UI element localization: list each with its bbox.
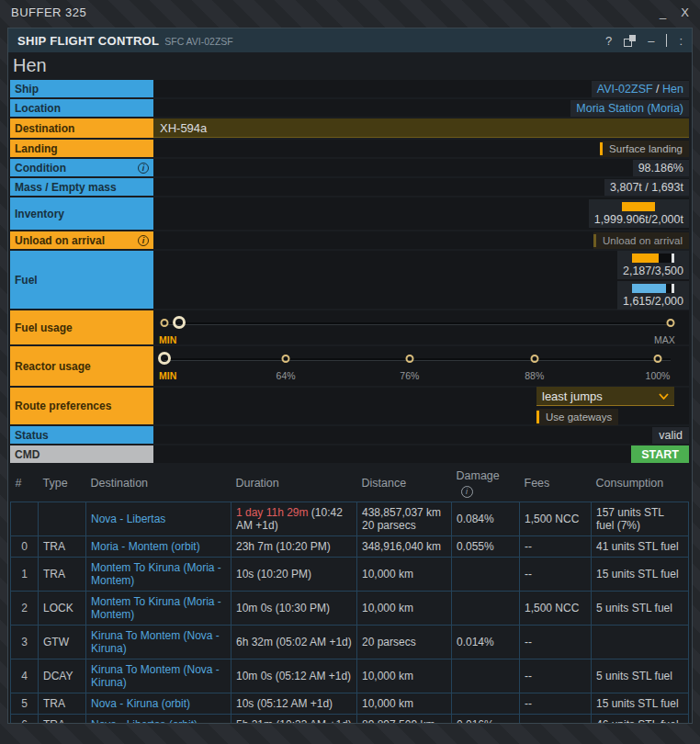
route-preference-select[interactable]: least jumps (536, 387, 674, 406)
location-value-area: Moria Station (Moria) (153, 99, 689, 117)
stl-fuel-bar (632, 254, 674, 263)
table-row: 4DCAYKiruna To Montem (Nova - Kiruna)10m… (11, 659, 689, 693)
destination-link[interactable]: Moria - Montem (orbit) (91, 540, 200, 553)
buffer-title: BUFFER 325 (11, 6, 86, 19)
info-icon[interactable]: i (138, 163, 149, 174)
reactor-usage-value-area: MIN64%76%88%100% (153, 346, 689, 386)
reactor-stop-76[interactable] (405, 355, 413, 363)
window-header[interactable]: SHIP FLIGHT CONTROL SFC AVI-02ZSF ? – : (8, 28, 692, 52)
ftl-fuel-bar (632, 284, 674, 293)
ftl-fuel-gauge: 1,615/2,000 (617, 281, 689, 310)
cell-distance: 20 parsecs (357, 625, 452, 659)
destination-link[interactable]: Kiruna To Montem (Nova - Kiruna) (91, 629, 220, 655)
route-preference-selected: least jumps (542, 389, 603, 403)
cell-duration: 10s (10:20 PM) (231, 557, 357, 591)
ship-separator: / (653, 83, 662, 96)
help-icon[interactable]: ? (605, 34, 612, 48)
reactor-stop-min[interactable] (158, 352, 171, 365)
fuel-usage-handle[interactable] (173, 316, 186, 329)
destination-link[interactable]: Montem To Kiruna (Moria - Montem) (91, 561, 221, 587)
status-badge: valid (652, 427, 689, 444)
checkbox-indicator (600, 142, 603, 155)
buffer-titlebar[interactable]: BUFFER 325 _ X (0, 0, 700, 24)
cell-duration: 6h 32m (05:02 AM +1d) (231, 625, 357, 659)
cell-type: GTW (39, 625, 86, 659)
destination-link[interactable]: Nova - Libertas (91, 513, 165, 525)
cell-number: 0 (11, 535, 39, 557)
minimize-icon[interactable]: – (648, 34, 654, 48)
info-icon[interactable]: i (138, 235, 149, 246)
reactor-usage-label: Reactor usage (10, 346, 153, 386)
destination-value-area (153, 118, 689, 138)
location-link[interactable]: Moria Station (Moria) (576, 102, 683, 115)
cell-type: DCAY (39, 659, 86, 693)
inventory-value-area: 1,999.906t/2,000t (153, 197, 689, 230)
cell-distance: 348,916,040 km (357, 535, 452, 557)
reactor-stop-64[interactable] (282, 355, 290, 363)
reactor-stop-100[interactable] (654, 355, 662, 363)
cell-distance: 10,000 km (357, 557, 452, 591)
cell-type: TRA (39, 693, 86, 714)
reactor-stop-88[interactable] (530, 355, 538, 363)
info-icon[interactable]: i (461, 486, 473, 498)
cell-type (39, 502, 86, 535)
ship-flight-control-window: SHIP FLIGHT CONTROL SFC AVI-02ZSF ? – : … (7, 28, 693, 724)
max-label: MAX (654, 334, 675, 345)
cell-consumption: 15 units STL fuel (592, 693, 689, 714)
cell-fees: 1,500 NCC (520, 502, 592, 535)
cell-number: 5 (11, 693, 39, 714)
destination-link[interactable]: Montem To Kiruna (Moria - Montem) (91, 595, 221, 621)
cell-fees: 1,500 NCC (520, 591, 592, 625)
cell-fees: -- (520, 693, 592, 714)
ship-label-text: Ship (15, 83, 39, 96)
cell-consumption: 15 units STL fuel (592, 557, 689, 591)
table-row: 2LOCKMontem To Kiruna (Moria - Montem)10… (11, 591, 689, 625)
cell-duration: 5h 21m (10:33 AM +1d) (231, 714, 357, 723)
start-button[interactable]: START (631, 445, 689, 463)
kebab-menu-icon[interactable]: : (679, 34, 683, 48)
status-value-area: valid (153, 426, 689, 444)
slider-track (164, 322, 671, 325)
cell-fees: -- (520, 557, 592, 591)
window-subtitle: SFC AVI-02ZSF (164, 36, 233, 47)
cmd-value-area: START (153, 445, 689, 463)
cell-destination: Kiruna To Montem (Nova - Kiruna) (86, 625, 231, 659)
cell-consumption: 41 units STL fuel (592, 535, 689, 557)
inventory-gauge[interactable]: 1,999.906t/2,000t (589, 199, 689, 228)
inventory-row: Inventory 1,999.906t/2,000t (10, 197, 689, 230)
unload-on-arrival-checkbox[interactable]: Unload on arrival (593, 232, 689, 249)
cell-damage (452, 591, 520, 625)
table-row: 3GTWKiruna To Montem (Nova - Kiruna)6h 3… (11, 625, 689, 659)
location-row: Location Moria Station (Moria) (10, 99, 689, 117)
cell-duration: 10m 0s (05:12 AM +1d) (231, 659, 357, 693)
cell-destination: Moria - Montem (orbit) (86, 535, 231, 557)
surface-landing-checkbox[interactable]: Surface landing (600, 141, 689, 157)
buffer-minimize-button[interactable]: _ (660, 6, 666, 19)
cell-destination: Nova - Libertas (86, 502, 231, 535)
duplicate-icon-front (629, 35, 636, 41)
destination-link[interactable]: Nova - Libertas (orbit) (91, 718, 198, 724)
cell-damage (452, 693, 520, 714)
use-gateways-checkbox[interactable]: Use gateways (536, 409, 618, 425)
cmd-row: CMD START (10, 445, 689, 463)
ship-registration-link[interactable]: AVI-02ZSF (597, 83, 653, 96)
duplicate-icon[interactable] (624, 35, 636, 47)
table-row: 6TRANova - Libertas (orbit)5h 21m (10:33… (11, 714, 689, 723)
column-header-duration: Duration (231, 466, 357, 502)
ship-name-heading: Hen (13, 55, 689, 76)
destination-input[interactable] (153, 118, 689, 138)
status-row: Status valid (10, 426, 689, 444)
bar-end-marker (672, 284, 674, 293)
reactor-usage-slider[interactable]: MIN64%76%88%100% (164, 346, 658, 386)
cell-distance: 438,857,037 km 20 parsecs (357, 502, 452, 535)
min-label: MIN (159, 334, 176, 345)
fuel-usage-slider[interactable]: MIN MAX (164, 310, 658, 344)
destination-link[interactable]: Nova - Kiruna (orbit) (91, 697, 190, 710)
cell-duration: 1 day 11h 29m (10:42 AM +1d) (231, 502, 357, 535)
ship-name-link[interactable]: Hen (662, 83, 683, 96)
buffer-close-button[interactable]: X (681, 6, 689, 19)
route-preferences-value-area: least jumps Use gateways (153, 388, 689, 424)
unload-checkbox-label: Unload on arrival (603, 235, 683, 246)
destination-link[interactable]: Kiruna To Montem (Nova - Kiruna) (91, 663, 220, 689)
cmd-label-text: CMD (15, 448, 40, 461)
